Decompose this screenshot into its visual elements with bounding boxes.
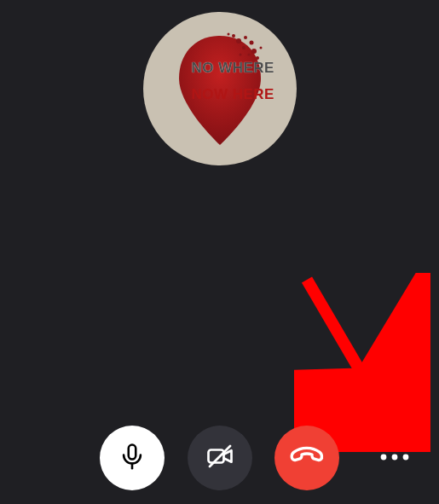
microphone-icon <box>118 442 147 474</box>
avatar-text-line1: NO WHERE <box>191 59 274 75</box>
avatar-text: NO WHERE NOW HERE <box>165 48 274 114</box>
svg-point-0 <box>236 38 241 43</box>
svg-point-8 <box>227 33 229 36</box>
caller-avatar: NO WHERE NOW HERE <box>143 12 297 165</box>
svg-point-17 <box>392 455 398 461</box>
svg-line-11 <box>307 280 395 430</box>
svg-point-16 <box>381 455 387 461</box>
video-toggle-button[interactable] <box>188 426 252 490</box>
call-controls-bar <box>0 419 439 497</box>
reaction-heart-button[interactable] <box>27 440 61 476</box>
phone-hangup-icon <box>290 439 324 477</box>
more-options-icon <box>378 450 411 465</box>
avatar-image: NO WHERE NOW HERE <box>169 29 271 148</box>
svg-point-18 <box>403 455 409 461</box>
svg-rect-12 <box>129 445 136 460</box>
svg-point-5 <box>232 34 235 38</box>
svg-point-1 <box>244 36 247 39</box>
more-options-button[interactable] <box>378 450 411 466</box>
avatar-text-line2: NOW HERE <box>191 85 274 101</box>
svg-point-2 <box>249 41 253 45</box>
end-call-button[interactable] <box>274 426 339 490</box>
video-off-icon <box>205 441 235 475</box>
microphone-button[interactable] <box>100 426 165 490</box>
